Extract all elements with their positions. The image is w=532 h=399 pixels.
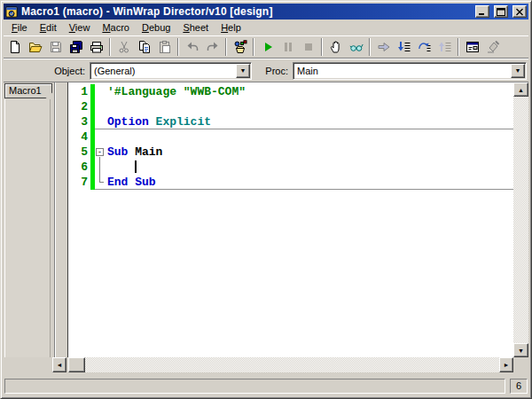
undo-button[interactable] — [182, 37, 202, 57]
edit-userdialog-button[interactable] — [462, 37, 482, 57]
status-line-indicator: 6 — [510, 379, 528, 394]
line-number: 6 — [68, 160, 88, 175]
line-number: 5 — [68, 145, 88, 160]
redo-icon — [206, 40, 220, 54]
run-button[interactable] — [257, 37, 278, 57]
code-line-6[interactable]: 6 — [68, 160, 513, 175]
fold-column — [95, 175, 107, 189]
code-text: Main — [135, 145, 162, 159]
close-button[interactable] — [512, 5, 527, 18]
toolbar-separator — [369, 38, 371, 56]
step-over-button[interactable] — [414, 37, 434, 57]
toolbar-separator — [458, 38, 459, 56]
redo-button[interactable] — [202, 37, 223, 57]
print-button[interactable] — [86, 37, 106, 57]
scroll-down-button[interactable]: ▼ — [513, 343, 528, 357]
horizontal-scrollbar-track[interactable] — [85, 357, 499, 372]
menu-macro[interactable]: Macro — [96, 20, 136, 35]
open-file-icon — [28, 40, 43, 54]
fold-end-icon — [99, 182, 104, 183]
new-document-icon — [8, 40, 22, 54]
menu-debug[interactable]: Debug — [136, 20, 176, 35]
app-icon — [5, 5, 19, 19]
code-line-5[interactable]: 5 -Sub Main — [68, 145, 513, 160]
copy-button[interactable] — [134, 37, 154, 57]
cut-icon — [117, 40, 131, 54]
fold-column — [95, 129, 107, 145]
code-editor[interactable]: 1 '#Language "WWB-COM" 2 3 Option Explic… — [68, 82, 513, 357]
object-combobox-dropdown-button[interactable]: ▼ — [236, 64, 250, 78]
horizontal-scrollbar[interactable]: ◄ ► — [52, 357, 513, 372]
code-line-4[interactable]: 4 — [68, 129, 513, 145]
menu-macro-label: acro — [111, 22, 129, 33]
run-icon — [261, 40, 275, 54]
chevron-down-icon: ▼ — [515, 67, 521, 74]
scroll-up-button[interactable]: ▲ — [513, 82, 528, 97]
code-line-3[interactable]: 3 Option Explicit — [68, 114, 513, 129]
vertical-scrollbar[interactable]: ▲ ▼ — [513, 82, 528, 357]
toolbar-separator — [225, 38, 227, 56]
horizontal-scrollbar-thumb[interactable] — [68, 357, 85, 372]
fold-line — [99, 175, 100, 182]
main-area: Macro1 1 '#Language "WWB-COM" 2 3 Option… — [4, 82, 528, 357]
code-line-1[interactable]: 1 '#Language "WWB-COM" — [68, 84, 513, 99]
menu-file[interactable]: File — [5, 20, 34, 35]
macro-tab-macro1[interactable]: Macro1 — [4, 83, 52, 98]
proc-combobox-value: Main — [293, 66, 511, 76]
break-button[interactable] — [325, 37, 346, 57]
undo-icon — [185, 40, 200, 54]
menu-edit[interactable]: Edit — [34, 20, 63, 35]
menu-macro-mnemonic: M — [102, 22, 110, 33]
scroll-right-button[interactable]: ► — [499, 357, 513, 372]
macro-list-panel: Macro1 — [4, 82, 55, 357]
step-into-icon — [397, 40, 411, 54]
menu-file-label: ile — [18, 22, 27, 33]
cut-button[interactable] — [113, 37, 134, 57]
title-bar: Macro1 (macro) - WinWrap Director/v10 [d… — [4, 4, 528, 20]
pause-icon — [281, 40, 295, 54]
splitter-handle[interactable] — [55, 82, 68, 357]
save-button[interactable] — [45, 37, 66, 57]
proc-combobox-dropdown-button[interactable]: ▼ — [511, 64, 525, 78]
save-all-button[interactable] — [66, 37, 86, 57]
dialog-grid-button[interactable] — [482, 37, 503, 57]
step-into-button[interactable] — [394, 37, 414, 57]
copy-icon — [137, 40, 152, 54]
macros-icon — [233, 40, 247, 54]
object-label: Object: — [4, 66, 90, 76]
menu-sheet-label: heet — [190, 22, 208, 33]
macro-list-body[interactable] — [4, 99, 51, 357]
menu-help[interactable]: Help — [215, 20, 247, 35]
macros-button[interactable] — [230, 37, 250, 57]
scroll-down-icon: ▼ — [518, 348, 524, 354]
menu-view-label: iew — [75, 22, 90, 33]
vertical-scrollbar-track[interactable] — [513, 97, 528, 343]
proc-combobox[interactable]: Main ▼ — [293, 62, 527, 80]
code-line-7[interactable]: 7 End Sub — [68, 175, 513, 190]
scroll-up-icon: ▲ — [518, 87, 524, 93]
menu-view[interactable]: View — [63, 20, 97, 35]
step-out-button[interactable] — [434, 37, 455, 57]
scroll-left-button[interactable]: ◄ — [52, 357, 66, 372]
close-icon — [515, 8, 524, 16]
new-document-button[interactable] — [4, 37, 25, 57]
minimize-button[interactable] — [475, 5, 489, 18]
open-file-button[interactable] — [25, 37, 45, 57]
menu-sheet[interactable]: Sheet — [176, 20, 215, 35]
show-next-statement-button[interactable] — [373, 37, 394, 57]
fold-collapse-icon[interactable]: - — [96, 148, 104, 156]
object-combobox[interactable]: (General) ▼ — [90, 62, 252, 80]
text-cursor — [135, 160, 137, 173]
maximize-button[interactable] — [494, 5, 508, 18]
stop-button[interactable] — [298, 37, 318, 57]
fold-column: - — [95, 145, 107, 160]
menu-view-mnemonic: V — [69, 22, 75, 33]
code-line-2[interactable]: 2 — [68, 99, 513, 114]
status-bar: 6 — [4, 376, 528, 395]
toolbar — [4, 35, 528, 59]
paste-button[interactable] — [154, 37, 175, 57]
watch-button[interactable] — [346, 37, 366, 57]
toolbar-separator — [321, 38, 323, 56]
pause-button[interactable] — [278, 37, 298, 57]
code-text: Option — [107, 115, 156, 129]
